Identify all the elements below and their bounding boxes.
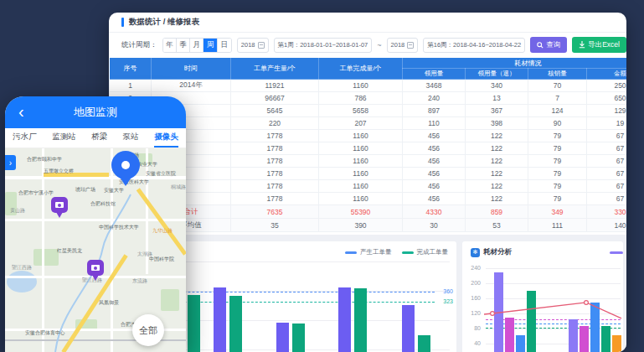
table-cell: 122 — [466, 130, 528, 142]
table-cell: 67 — [587, 142, 627, 155]
start-year-select[interactable]: 2018 — [237, 38, 269, 53]
table-cell: 1778 — [231, 130, 319, 142]
col-header-writtenoff: 核销量 — [528, 69, 587, 80]
table-cell: 35 — [231, 219, 319, 232]
table-cell: 79 — [528, 180, 587, 193]
col-header-issued: 领用量 — [403, 69, 466, 80]
period-option-年[interactable]: 年 — [163, 39, 177, 52]
panel-expander[interactable]: › — [5, 155, 16, 170]
legend-item[interactable]: 完成工单量 — [402, 248, 449, 256]
table-cell: 67 — [587, 155, 627, 168]
camera-marker[interactable] — [87, 260, 104, 282]
table-cell: 250 — [587, 80, 627, 92]
table-cell: 2014年 — [152, 80, 231, 92]
search-icon — [537, 42, 544, 49]
table-cell: 79 — [528, 155, 587, 168]
table-row: 9177811604561227967 — [110, 180, 627, 193]
bar — [601, 326, 611, 352]
camera-marker[interactable] — [51, 197, 68, 219]
export-excel-button[interactable]: 导出Excel — [572, 37, 626, 53]
table-cell: 859 — [466, 205, 528, 219]
start-week-input[interactable]: 第1周：2018-01-01~2018-01-07 — [274, 38, 373, 53]
table-cell: 897 — [403, 105, 466, 117]
query-button[interactable]: 查询 — [530, 37, 567, 53]
table-cell: 110 — [403, 117, 466, 130]
map-label: 安徽省立医院 — [146, 170, 176, 177]
table-cell: 79 — [528, 130, 587, 142]
period-option-日[interactable]: 日 — [218, 39, 231, 52]
selected-camera-pin[interactable] — [111, 151, 140, 188]
table-cell: 650 — [587, 92, 627, 105]
table-cell: 111 — [528, 219, 587, 232]
col-header-created: 工单产生量/个 — [231, 58, 319, 80]
phone-tab-泵站[interactable]: 泵站 — [123, 128, 139, 148]
table-cell: 456 — [403, 180, 466, 193]
period-option-月[interactable]: 月 — [190, 39, 204, 52]
show-all-button[interactable]: 全部 — [132, 314, 164, 346]
bar — [292, 324, 305, 352]
phone-tab-桥梁[interactable]: 桥梁 — [91, 128, 107, 148]
table-cell: 122 — [466, 193, 528, 205]
phone-tab-监测站[interactable]: 监测站 — [52, 128, 76, 148]
chart-legend-marker[interactable] — [610, 251, 623, 254]
bar — [505, 318, 514, 352]
chart-title-row: ✻ 耗材分析 — [471, 247, 512, 257]
table-cell: 330 — [587, 205, 627, 219]
table-cell: 1160 — [319, 180, 403, 193]
table-cell: 122 — [466, 180, 528, 193]
map-label: 东流路 — [132, 277, 147, 284]
chart-legend: 产生工单量完成工单量 — [345, 248, 448, 256]
calendar-icon — [258, 42, 265, 49]
map-label: 黄山路 — [10, 207, 25, 214]
table-cell: 240 — [403, 92, 466, 105]
bar — [276, 323, 289, 352]
map-label: 凤凰御景 — [99, 299, 119, 306]
map-label: 桐城路 — [171, 184, 186, 190]
table-cell: 1778 — [231, 180, 319, 193]
table-cell: 456 — [403, 168, 466, 180]
charts-area: 产生工单量完成工单量 360323 ✻ 耗材分析 240200160120804… — [109, 235, 626, 352]
table-cell: 67 — [587, 193, 627, 205]
bar — [590, 303, 600, 352]
table-cell: 96667 — [231, 92, 319, 105]
y-axis-tick: 160 — [462, 295, 481, 301]
legend-item[interactable]: 产生工单量 — [345, 248, 392, 256]
map-label: 安徽大学 — [104, 187, 124, 194]
table-cell: 5645 — [231, 105, 319, 117]
end-week-value: 第16周：2018-04-16~2018-04-22 — [427, 41, 521, 49]
period-option-季[interactable]: 季 — [177, 39, 190, 52]
end-year-select[interactable]: 2018 — [387, 38, 419, 53]
map-label: 红星美凯龙 — [57, 247, 82, 254]
table-cell: 122 — [466, 168, 528, 180]
phone-tab-摄像头[interactable]: 摄像头 — [154, 128, 178, 148]
screen: 数据统计 / 维修报表 统计周期： 年季月周日 2018 第1周：2018-01… — [0, 0, 644, 352]
table-row: 42202071103989019 — [110, 117, 627, 130]
bar — [418, 335, 430, 352]
chart-icon: ✻ — [471, 248, 480, 257]
table-cell: 340 — [466, 80, 528, 92]
table-cell: 30 — [403, 219, 466, 232]
table-cell: 1160 — [319, 193, 403, 205]
table-cell: 1160 — [319, 80, 403, 92]
table-cell: 79 — [528, 168, 587, 180]
table-cell: 1 — [110, 80, 152, 92]
map-label: 合肥市颐和中学 — [27, 156, 62, 163]
bar — [569, 319, 578, 352]
table-cell: 1778 — [231, 193, 319, 205]
table-cell: 1778 — [231, 155, 319, 168]
period-label: 统计周期： — [121, 40, 157, 50]
table-cell: 390 — [319, 219, 403, 232]
bar — [580, 326, 589, 352]
col-header-returned: 领用量（退） — [466, 69, 528, 80]
map-label: 合肥科技馆 — [90, 200, 116, 207]
period-option-周[interactable]: 周 — [204, 39, 217, 52]
back-icon[interactable]: ‹ — [18, 101, 24, 122]
end-week-input[interactable]: 第16周：2018-04-16~2018-04-22 — [423, 38, 525, 53]
table-cell: 53 — [466, 219, 528, 232]
phone-tab-污水厂[interactable]: 污水厂 — [13, 128, 37, 148]
map-label: 中国科学院 — [149, 256, 174, 262]
y-axis-tick: 80 — [462, 325, 481, 331]
col-header-consumables-group: 耗材情况 — [403, 58, 627, 69]
bar — [516, 335, 525, 352]
map-view[interactable]: 合肥市颐和中学体育场安徽农业大学安徽省立医院桐城路五里墩立交桥合肥市宁溪小学琥珀… — [5, 148, 186, 352]
